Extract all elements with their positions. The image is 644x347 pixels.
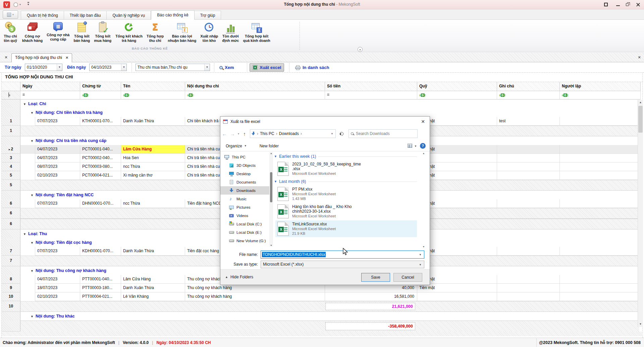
cell-crt[interactable]: [560, 275, 641, 284]
tab-close-icon[interactable]: ✕: [65, 56, 68, 60]
file-item[interactable]: XPT PM.xlsxMicrosoft Excel Worksheet1.43…: [275, 186, 417, 202]
ribbon-button-xuat-nhap-ton-kho[interactable]: Xuất nhậptồn kho: [198, 20, 220, 46]
header-cell-noi-dung-thu-chi[interactable]: Nội dung thu chi: [185, 82, 325, 91]
sidebar-item-videos[interactable]: Videos: [220, 211, 269, 220]
file-item[interactable]: X2023_10_02_09_59_58_keeping_time.xlsxMi…: [275, 160, 417, 177]
dialog-close-button[interactable]: ✕: [416, 117, 430, 127]
ribbon-button-bao-cao-loi-nhuan-ban-hang[interactable]: ΣBáo cáo lợinhuận bán hàng: [166, 20, 198, 46]
chevron-down-icon[interactable]: ▼: [23, 232, 26, 236]
chevron-down-icon[interactable]: ▼: [23, 102, 26, 106]
ribbon-button-thu-chi-ton-quy[interactable]: €$Thu chitồn quỹ: [1, 20, 20, 46]
cell-doc[interactable]: PTT00001-040...: [80, 275, 121, 284]
ribbon-collapse-button[interactable]: ▴: [358, 47, 363, 52]
cell-name[interactable]: Xi măng cần thơ: [121, 171, 185, 180]
cell-doc[interactable]: PCT00003-080...: [80, 162, 121, 171]
cell-name[interactable]: Lê Văn Kháng: [121, 292, 185, 301]
ribbon-tab-quan-tri-he-thong[interactable]: Quản trị hệ thống: [21, 11, 64, 20]
chevron-down-icon[interactable]: ▼: [31, 139, 34, 143]
minimize-button[interactable]: [615, 2, 621, 7]
ribbon-tab-tro-giup[interactable]: Trợ giúp: [195, 11, 221, 20]
scroll-down-icon[interactable]: ▼: [638, 322, 643, 327]
ribbon-button-ton-duoi-inh-muc[interactable]: Tồn dướiđịnh mức: [220, 20, 241, 46]
header-cell-chung-tu[interactable]: Chứng từ: [80, 82, 121, 91]
cell-name[interactable]: Lâm Cửa Hàng: [121, 145, 185, 154]
cell-name[interactable]: Lâm Cửa Hàng: [121, 275, 185, 284]
chevron-down-icon[interactable]: ▼: [331, 132, 333, 135]
chevron-down-icon[interactable]: ▼: [31, 241, 34, 245]
vertical-scrollbar[interactable]: ▲ ▼: [638, 100, 643, 327]
type-filter-select[interactable]: Thu chi mua bán,Thu chi qu▼: [136, 64, 210, 71]
cell-note[interactable]: [497, 145, 560, 154]
cell-name[interactable]: Danh Xuân Thừa: [121, 117, 185, 126]
cell-note[interactable]: [497, 284, 560, 292]
chevron-down-icon[interactable]: ▼: [414, 145, 417, 148]
filter-cell[interactable]: aBc: [497, 91, 560, 99]
view-options-icon[interactable]: [408, 144, 412, 148]
ribbon-tab-thiet-lap-ban-au[interactable]: Thiết lập ban đầu: [64, 11, 107, 20]
cell-date[interactable]: 04/07/2023: [35, 275, 80, 284]
back-icon[interactable]: ←: [220, 131, 228, 137]
ribbon-button-tong-hop-ket-qua-kinh-doanh[interactable]: ΣTổng hợp kếtquả kinh doanh: [241, 20, 272, 46]
scroll-up-icon[interactable]: ▲: [638, 100, 643, 105]
document-tab-active[interactable]: Tổng hợp nội dung thu chi✕: [11, 53, 72, 62]
cell-amt[interactable]: 16,581,000: [325, 292, 417, 301]
nav-scrollbar[interactable]: ▲ ▼: [269, 152, 273, 247]
scroll-up-icon[interactable]: ▲: [269, 152, 273, 154]
cell-date[interactable]: 02/10/2023: [35, 171, 80, 180]
sidebar-item-documents[interactable]: Documents: [220, 178, 269, 186]
sidebar-item-downloads[interactable]: Downloads: [220, 186, 269, 195]
ribbon-button-tong-ket-khach-tra-hang[interactable]: Tổng kết kháchtrả hàng: [113, 20, 145, 46]
save-button[interactable]: Save: [361, 273, 390, 282]
cell-doc[interactable]: KTH00001-070...: [80, 117, 121, 126]
cell-note[interactable]: [497, 292, 560, 301]
header-cell-ghi-chu[interactable]: Ghi chú: [497, 82, 560, 91]
refresh-button[interactable]: [338, 129, 345, 138]
ribbon-button-tong-hop-thu-chi[interactable]: ΣTổng hợpthu chi: [145, 20, 166, 46]
cell-doc[interactable]: PTT00004-021...: [80, 292, 121, 301]
cell-crt[interactable]: [560, 117, 641, 126]
header-cell-ngay[interactable]: Ngày: [20, 82, 80, 91]
chevron-down-icon[interactable]: ▼: [31, 111, 34, 115]
cell-date[interactable]: 07/07/2023: [35, 199, 80, 208]
up-icon[interactable]: ↑: [240, 131, 249, 137]
cell-note[interactable]: [497, 162, 560, 171]
scrollbar-thumb[interactable]: [270, 172, 272, 202]
chevron-down-icon[interactable]: ▼: [419, 253, 422, 256]
cell-note[interactable]: [497, 247, 560, 256]
export-excel-button[interactable]: xXuất excel: [250, 63, 284, 72]
cell-crt[interactable]: [560, 292, 641, 301]
cell-name[interactable]: ncc Thừa: [121, 199, 185, 208]
cell-date[interactable]: 18/07/2023: [35, 284, 80, 292]
cell-doc[interactable]: DHN00001-070...: [80, 199, 121, 208]
cell-name[interactable]: Danh Xuân Thừa: [121, 247, 185, 256]
file-group-header[interactable]: ▼Earlier this week (1): [274, 153, 422, 160]
filter-cell[interactable]: aBc: [417, 91, 497, 99]
new-folder-button[interactable]: New folder: [256, 144, 282, 148]
sidebar-item-music[interactable]: ♪Music: [220, 195, 269, 203]
header-cell-quy[interactable]: Quỹ: [417, 82, 497, 91]
ribbon-menu-button[interactable]: ▿: [3, 10, 18, 19]
header-cell-nguoi-lap[interactable]: Người lập: [560, 82, 641, 91]
sidebar-item-local-disk-e[interactable]: Local Disk (E:): [220, 228, 269, 236]
filter-cell[interactable]: aBc: [121, 91, 185, 99]
breadcrumb-this-pc[interactable]: This PC: [260, 131, 274, 136]
cell-note[interactable]: test: [497, 117, 560, 126]
group-row[interactable]: ▼Loại: Chi: [2, 99, 639, 108]
scroll-down-icon[interactable]: ▼: [422, 246, 426, 248]
close-all-tabs-button[interactable]: ✕: [3, 54, 9, 61]
cell-name[interactable]: Danh Xuân Thừa: [121, 284, 185, 292]
from-date-input[interactable]: 01/10/2020▼: [25, 64, 62, 71]
cell-crt[interactable]: [560, 284, 641, 292]
fit-screen-button[interactable]: [603, 2, 608, 7]
chevron-down-icon[interactable]: ▼: [31, 194, 34, 197]
scroll-up-icon[interactable]: ▲: [422, 152, 426, 154]
close-button[interactable]: [635, 2, 641, 7]
filter-cell[interactable]: [2, 91, 20, 99]
ribbon-button-tong-ket-ban-hang[interactable]: Tổng kếtbán hàng: [71, 20, 92, 46]
sidebar-item-this-pc[interactable]: This PC: [220, 153, 269, 161]
cancel-button[interactable]: Cancel: [393, 273, 422, 282]
sidebar-item-new-volume-g[interactable]: New Volume (G:): [220, 236, 269, 245]
view-button[interactable]: Xem: [217, 63, 236, 72]
scrollbar-thumb[interactable]: [638, 106, 643, 133]
cell-crt[interactable]: [560, 154, 641, 162]
